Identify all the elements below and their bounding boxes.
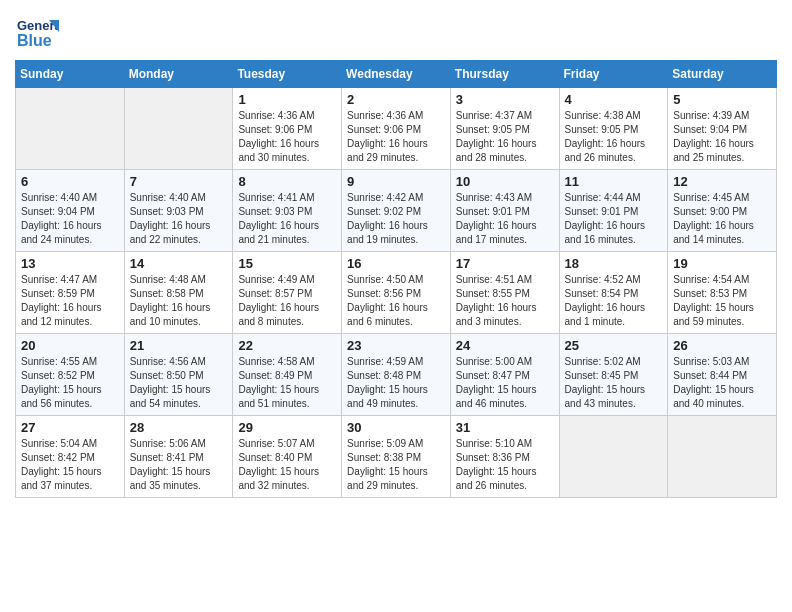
calendar-cell: 13Sunrise: 4:47 AMSunset: 8:59 PMDayligh… (16, 252, 125, 334)
weekday-header-friday: Friday (559, 61, 668, 88)
cell-text-line: Sunset: 9:03 PM (130, 205, 228, 219)
cell-text-line: Daylight: 16 hours (565, 301, 663, 315)
day-number: 30 (347, 420, 445, 435)
day-number: 31 (456, 420, 554, 435)
cell-text-line: Sunset: 8:54 PM (565, 287, 663, 301)
cell-text-line: Daylight: 16 hours (238, 137, 336, 151)
cell-text-line: Sunset: 8:59 PM (21, 287, 119, 301)
cell-text-line: Sunrise: 4:40 AM (21, 191, 119, 205)
calendar-cell (124, 88, 233, 170)
cell-text-line: and 1 minute. (565, 315, 663, 329)
cell-text-line: and 49 minutes. (347, 397, 445, 411)
cell-text-line: Sunrise: 4:38 AM (565, 109, 663, 123)
cell-text-line: Sunset: 8:48 PM (347, 369, 445, 383)
cell-text-line: Sunrise: 5:09 AM (347, 437, 445, 451)
cell-text-line: and 12 minutes. (21, 315, 119, 329)
cell-text-line: Sunset: 9:06 PM (238, 123, 336, 137)
cell-text-line: Sunrise: 4:52 AM (565, 273, 663, 287)
cell-text-line: Daylight: 16 hours (565, 137, 663, 151)
day-number: 11 (565, 174, 663, 189)
calendar-cell: 26Sunrise: 5:03 AMSunset: 8:44 PMDayligh… (668, 334, 777, 416)
cell-text-line: Sunrise: 4:55 AM (21, 355, 119, 369)
day-number: 6 (21, 174, 119, 189)
cell-text-line: and 37 minutes. (21, 479, 119, 493)
calendar-week-1: 1Sunrise: 4:36 AMSunset: 9:06 PMDaylight… (16, 88, 777, 170)
day-number: 14 (130, 256, 228, 271)
day-number: 5 (673, 92, 771, 107)
cell-text-line: Sunset: 9:04 PM (673, 123, 771, 137)
calendar-cell: 5Sunrise: 4:39 AMSunset: 9:04 PMDaylight… (668, 88, 777, 170)
day-number: 9 (347, 174, 445, 189)
day-number: 3 (456, 92, 554, 107)
calendar-week-4: 20Sunrise: 4:55 AMSunset: 8:52 PMDayligh… (16, 334, 777, 416)
cell-text-line: Sunset: 9:03 PM (238, 205, 336, 219)
cell-text-line: and 35 minutes. (130, 479, 228, 493)
cell-text-line: Sunrise: 4:41 AM (238, 191, 336, 205)
calendar-cell: 30Sunrise: 5:09 AMSunset: 8:38 PMDayligh… (342, 416, 451, 498)
calendar-body: 1Sunrise: 4:36 AMSunset: 9:06 PMDaylight… (16, 88, 777, 498)
day-number: 21 (130, 338, 228, 353)
day-number: 16 (347, 256, 445, 271)
day-number: 28 (130, 420, 228, 435)
cell-text-line: Sunset: 9:05 PM (456, 123, 554, 137)
cell-text-line: Sunrise: 4:43 AM (456, 191, 554, 205)
day-number: 17 (456, 256, 554, 271)
cell-text-line: Sunrise: 4:44 AM (565, 191, 663, 205)
cell-text-line: Sunrise: 4:49 AM (238, 273, 336, 287)
day-number: 8 (238, 174, 336, 189)
calendar-cell: 7Sunrise: 4:40 AMSunset: 9:03 PMDaylight… (124, 170, 233, 252)
cell-text-line: and 26 minutes. (456, 479, 554, 493)
cell-text-line: Daylight: 16 hours (347, 137, 445, 151)
day-number: 15 (238, 256, 336, 271)
calendar-cell: 9Sunrise: 4:42 AMSunset: 9:02 PMDaylight… (342, 170, 451, 252)
cell-text-line: Sunrise: 4:36 AM (238, 109, 336, 123)
day-number: 26 (673, 338, 771, 353)
cell-text-line: Daylight: 15 hours (21, 465, 119, 479)
day-number: 23 (347, 338, 445, 353)
calendar-cell: 8Sunrise: 4:41 AMSunset: 9:03 PMDaylight… (233, 170, 342, 252)
cell-text-line: Sunrise: 4:47 AM (21, 273, 119, 287)
calendar-cell: 28Sunrise: 5:06 AMSunset: 8:41 PMDayligh… (124, 416, 233, 498)
cell-text-line: Sunset: 9:01 PM (456, 205, 554, 219)
day-number: 13 (21, 256, 119, 271)
cell-text-line: Daylight: 15 hours (130, 465, 228, 479)
cell-text-line: and 17 minutes. (456, 233, 554, 247)
cell-text-line: and 8 minutes. (238, 315, 336, 329)
cell-text-line: Sunset: 9:06 PM (347, 123, 445, 137)
cell-text-line: Sunset: 8:57 PM (238, 287, 336, 301)
cell-text-line: Daylight: 15 hours (238, 383, 336, 397)
calendar-cell: 12Sunrise: 4:45 AMSunset: 9:00 PMDayligh… (668, 170, 777, 252)
calendar-cell: 27Sunrise: 5:04 AMSunset: 8:42 PMDayligh… (16, 416, 125, 498)
logo: General Blue (15, 10, 63, 54)
calendar-table: SundayMondayTuesdayWednesdayThursdayFrid… (15, 60, 777, 498)
cell-text-line: Daylight: 16 hours (456, 219, 554, 233)
calendar-cell: 10Sunrise: 4:43 AMSunset: 9:01 PMDayligh… (450, 170, 559, 252)
cell-text-line: and 43 minutes. (565, 397, 663, 411)
cell-text-line: and 14 minutes. (673, 233, 771, 247)
cell-text-line: Daylight: 15 hours (673, 383, 771, 397)
weekday-header-thursday: Thursday (450, 61, 559, 88)
cell-text-line: Daylight: 16 hours (565, 219, 663, 233)
cell-text-line: Sunrise: 4:37 AM (456, 109, 554, 123)
cell-text-line: and 30 minutes. (238, 151, 336, 165)
cell-text-line: Sunset: 9:01 PM (565, 205, 663, 219)
cell-text-line: and 19 minutes. (347, 233, 445, 247)
cell-text-line: and 10 minutes. (130, 315, 228, 329)
cell-text-line: Sunrise: 4:56 AM (130, 355, 228, 369)
calendar-cell: 20Sunrise: 4:55 AMSunset: 8:52 PMDayligh… (16, 334, 125, 416)
calendar-cell: 24Sunrise: 5:00 AMSunset: 8:47 PMDayligh… (450, 334, 559, 416)
cell-text-line: Daylight: 15 hours (130, 383, 228, 397)
calendar-cell (668, 416, 777, 498)
cell-text-line: and 51 minutes. (238, 397, 336, 411)
day-number: 4 (565, 92, 663, 107)
cell-text-line: Sunset: 8:40 PM (238, 451, 336, 465)
cell-text-line: Sunrise: 4:54 AM (673, 273, 771, 287)
calendar-cell: 29Sunrise: 5:07 AMSunset: 8:40 PMDayligh… (233, 416, 342, 498)
page-header: General Blue (15, 10, 777, 54)
cell-text-line: and 56 minutes. (21, 397, 119, 411)
day-number: 18 (565, 256, 663, 271)
weekday-header-saturday: Saturday (668, 61, 777, 88)
cell-text-line: Sunrise: 4:58 AM (238, 355, 336, 369)
cell-text-line: and 24 minutes. (21, 233, 119, 247)
cell-text-line: Sunrise: 4:42 AM (347, 191, 445, 205)
